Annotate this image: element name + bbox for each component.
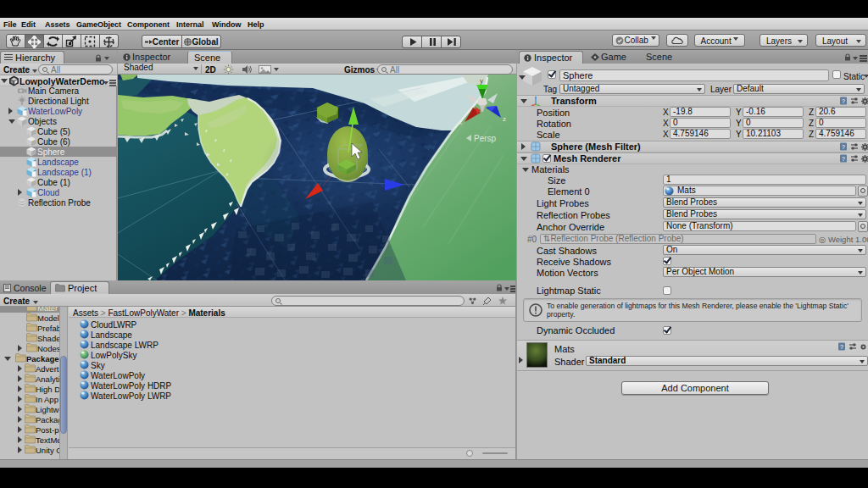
svg-text:?: ? bbox=[842, 98, 845, 104]
svg-text:?: ? bbox=[840, 344, 843, 350]
svg-text:?: ? bbox=[842, 144, 845, 150]
svg-text:Persp: Persp bbox=[474, 134, 497, 143]
svg-text:?: ? bbox=[842, 156, 845, 162]
svg-text:z: z bbox=[503, 115, 506, 123]
svg-text:y: y bbox=[480, 77, 483, 85]
svg-text:x: x bbox=[459, 119, 462, 126]
